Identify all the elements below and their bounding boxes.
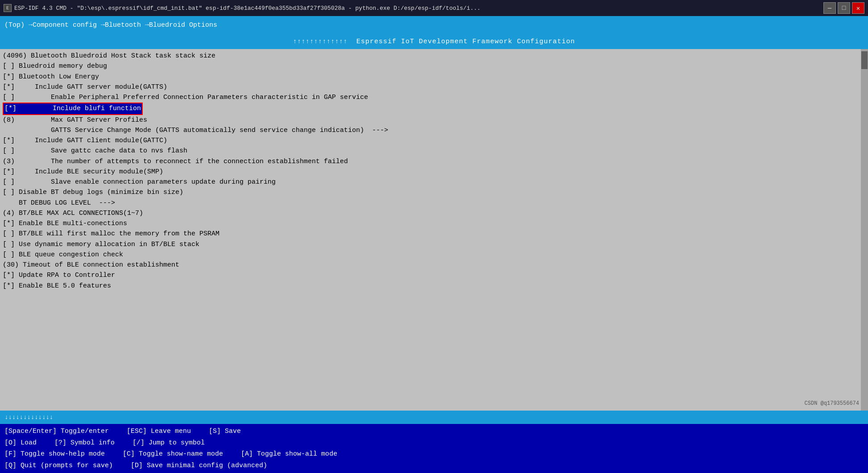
app-icon: E <box>4 4 12 12</box>
key-row-4: [Q] Quit (prompts for save)[D] Save mini… <box>4 462 864 469</box>
config-line[interactable]: [*] Include blufi function <box>3 103 865 115</box>
config-line[interactable]: [ ] BT/BLE will first malloc the memory … <box>3 229 865 239</box>
config-line[interactable]: [*] Include GATT server module(GATTS) <box>3 82 865 92</box>
breadcrumb-bar: (Top) →Component config →Bluetooth →Blue… <box>0 16 868 34</box>
config-line[interactable]: [*] Include GATT client module(GATTC) <box>3 136 865 146</box>
scrollbar[interactable] <box>861 49 868 411</box>
window-title: ESP-IDF 4.3 CMD - "D:\esp\.espressif\idf… <box>14 5 480 12</box>
framework-title: Espressif IoT Development Framework Conf… <box>356 38 575 45</box>
key-binding-item: [Space/Enter] Toggle/enter <box>4 428 109 435</box>
key-binding-item: [C] Toggle show-name mode <box>123 450 223 458</box>
config-line[interactable]: [ ] Disable BT debug logs (minimize bin … <box>3 187 865 197</box>
key-binding-item: [Q] Quit (prompts for save) <box>4 462 113 469</box>
key-row-3: [F] Toggle show-help mode[C] Toggle show… <box>4 450 864 458</box>
key-binding-item: [D] Save minimal config (advanced) <box>131 462 267 469</box>
config-line[interactable]: [*] Enable BLE 5.0 features <box>3 281 865 291</box>
watermark: CSDN @q1793556674 <box>805 399 859 408</box>
key-binding-item: [O] Load <box>4 439 37 447</box>
config-line[interactable]: [*] Update RPA to Controller <box>3 270 865 280</box>
main-content-area: (4096) Bluetooth Bluedroid Host Stack ta… <box>0 49 868 411</box>
key-row-1: [Space/Enter] Toggle/enter[ESC] Leave me… <box>4 428 864 435</box>
title-bar: E ESP-IDF 4.3 CMD - "D:\esp\.espressif\i… <box>0 0 868 16</box>
config-line[interactable]: GATTS Service Change Mode (GATTS automat… <box>3 125 865 136</box>
key-binding-item: [?] Symbol info <box>54 439 115 447</box>
breadcrumb-text: (Top) →Component config →Bluetooth →Blue… <box>4 21 217 29</box>
down-arrows: ↓↓↓↓↓↓↓↓↓↓↓↓↓ <box>4 414 53 421</box>
config-line[interactable]: (4) BT/BLE MAX ACL CONNECTIONS(1~7) <box>3 208 865 218</box>
key-binding-item: [ESC] Leave menu <box>127 428 191 435</box>
config-line[interactable]: [*] Include BLE security module(SMP) <box>3 167 865 177</box>
key-binding-item: [A] Toggle show-all mode <box>241 450 337 458</box>
bottom-arrows-bar: ↓↓↓↓↓↓↓↓↓↓↓↓↓ <box>0 411 868 424</box>
config-line[interactable]: (30) Timeout of BLE connection establish… <box>3 260 865 270</box>
key-binding-item: [F] Toggle show-help mode <box>4 450 105 458</box>
close-button[interactable]: ✕ <box>852 2 864 14</box>
config-line[interactable]: [ ] Enable Peripheral Preferred Connecti… <box>3 92 865 103</box>
config-line[interactable]: (8) Max GATT Server Profiles <box>3 115 865 125</box>
config-line[interactable]: [ ] Bluedroid memory debug <box>3 61 865 71</box>
config-line[interactable]: [*] Bluetooth Low Energy <box>3 72 865 82</box>
config-line[interactable]: [*] Enable BLE multi-conections <box>3 218 865 229</box>
config-lines-container: (4096) Bluetooth Bluedroid Host Stack ta… <box>3 51 865 291</box>
highlighted-config-line[interactable]: [*] Include blufi function <box>3 103 143 115</box>
config-line[interactable]: [ ] Use dynamic memory allocation in BT/… <box>3 239 865 250</box>
config-line[interactable]: [ ] BLE queue congestion check <box>3 250 865 260</box>
minimize-button[interactable]: — <box>823 2 836 14</box>
title-bar-left: E ESP-IDF 4.3 CMD - "D:\esp\.espressif\i… <box>4 4 480 12</box>
config-line[interactable]: (4096) Bluetooth Bluedroid Host Stack ta… <box>3 51 865 61</box>
key-binding-item: [/] Jump to symbol <box>132 439 205 447</box>
maximize-button[interactable]: □ <box>838 2 850 14</box>
key-row-2: [O] Load[?] Symbol info[/] Jump to symbo… <box>4 439 864 447</box>
config-line[interactable]: [ ] Slave enable connection parameters u… <box>3 177 865 187</box>
up-arrows: ↑↑↑↑↑↑↑↑↑↑↑↑↑ <box>293 38 347 45</box>
window-controls: — □ ✕ <box>823 2 864 14</box>
config-line[interactable]: BT DEBUG LOG LEVEL ---> <box>3 198 865 208</box>
config-line[interactable]: [ ] Save gattc cache data to nvs flash <box>3 146 865 156</box>
config-line[interactable]: (3) The number of attempts to reconnect … <box>3 156 865 167</box>
header-arrows-bar: ↑↑↑↑↑↑↑↑↑↑↑↑↑ Espressif IoT Development … <box>0 34 868 49</box>
scrollbar-thumb[interactable] <box>861 51 868 69</box>
key-binding-item: [S] Save <box>209 428 241 435</box>
keybindings-bar: [Space/Enter] Toggle/enter[ESC] Leave me… <box>0 424 868 473</box>
